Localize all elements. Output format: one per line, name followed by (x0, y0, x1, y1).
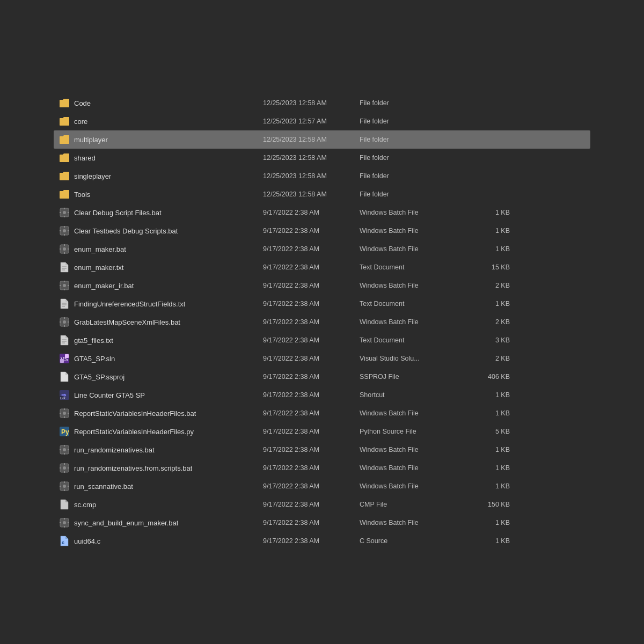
file-name: ReportStaticVariablesInHeaderFiles.py (74, 428, 194, 436)
file-size: 1 KB (467, 409, 510, 417)
file-type: Windows Batch File (360, 245, 467, 253)
file-date: 9/17/2022 2:38 AM (263, 318, 360, 326)
bat-icon (59, 517, 70, 528)
bat-icon (59, 408, 70, 419)
svg-point-13 (63, 247, 66, 251)
svg-point-48 (63, 412, 66, 415)
file-name: multiplayer (74, 136, 108, 144)
file-type: C Source (360, 537, 467, 545)
table-row[interactable]: Code12/25/2023 12:58 AMFile folder (54, 94, 590, 112)
svg-text:c: c (62, 540, 64, 545)
file-name-cell: shared (59, 152, 263, 163)
svg-rect-57 (64, 445, 65, 447)
file-name-cell: run_scannative.bat (59, 481, 263, 492)
table-row[interactable]: singleplayer12/25/2023 12:58 AMFile fold… (54, 167, 590, 185)
file-size: 2 KB (467, 282, 510, 289)
file-name: GTA5_SP.sln (74, 355, 115, 363)
file-type: Windows Batch File (360, 209, 467, 216)
file-name: enum_maker.bat (74, 245, 126, 253)
file-size: 1 KB (467, 519, 510, 526)
table-row[interactable]: run_randomizenatives.from.scripts.bat9/1… (54, 459, 590, 477)
file-size: 1 KB (467, 391, 510, 399)
svg-rect-35 (68, 321, 69, 323)
file-size: 1 KB (467, 482, 510, 490)
file-name: shared (74, 154, 96, 162)
table-row[interactable]: run_randomizenatives.bat9/17/2022 2:38 A… (54, 441, 590, 459)
file-date: 9/17/2022 2:38 AM (263, 464, 360, 472)
svg-rect-59 (60, 449, 61, 450)
table-row[interactable]: sc.cmp9/17/2022 2:38 AMCMP File150 KB (54, 495, 590, 514)
file-name-cell: sync_and_build_enum_maker.bat (59, 517, 263, 528)
file-type: Text Document (360, 264, 467, 271)
file-name-cell: enum_maker.txt (59, 262, 263, 273)
bat-icon (59, 444, 70, 455)
svg-rect-16 (60, 248, 61, 250)
file-name-cell: VS GTA5_SP.sln (59, 353, 263, 364)
svg-rect-41 (65, 354, 69, 358)
table-row[interactable]: GrabLatestMapSceneXmlFiles.bat9/17/2022 … (54, 313, 590, 331)
table-row[interactable]: sync_and_build_enum_maker.bat9/17/2022 2… (54, 514, 590, 532)
svg-rect-65 (60, 467, 61, 469)
table-row[interactable]: gta5_files.txt9/17/2022 2:38 AMText Docu… (54, 331, 590, 349)
file-date: 12/25/2023 12:58 AM (263, 191, 360, 198)
table-row[interactable]: FindingUnreferencedStructFields.txt9/17/… (54, 295, 590, 313)
sln-icon: VS (59, 353, 70, 364)
file-name: GrabLatestMapSceneXmlFiles.bat (74, 318, 180, 326)
bat-icon (59, 207, 70, 218)
file-type: Windows Batch File (360, 464, 467, 472)
file-name-cell: singleplayer (59, 171, 263, 181)
table-row[interactable]: core12/25/2023 12:57 AMFile folder (54, 112, 590, 130)
table-row[interactable]: multiplayer12/25/2023 12:58 AMFile folde… (54, 130, 590, 149)
table-row[interactable]: enum_maker_ir.bat9/17/2022 2:38 AMWindow… (54, 276, 590, 295)
table-row[interactable]: c uuid64.c9/17/2022 2:38 AMC Source1 KB (54, 532, 590, 550)
file-type: File folder (360, 136, 467, 143)
file-type: Windows Batch File (360, 482, 467, 490)
table-row[interactable]: Py ReportStaticVariablesInHeaderFiles.py… (54, 422, 590, 441)
table-row[interactable]: run_scannative.bat9/17/2022 2:38 AMWindo… (54, 477, 590, 495)
file-name: Line Counter GTA5 SP (74, 391, 145, 399)
file-date: 12/25/2023 12:58 AM (263, 154, 360, 162)
file-size: 1 KB (467, 464, 510, 472)
file-type: Windows Batch File (360, 227, 467, 235)
table-row[interactable]: VS GTA5_SP.sln9/17/2022 2:38 AMVisual St… (54, 349, 590, 368)
table-row[interactable]: enum_maker.txt9/17/2022 2:38 AMText Docu… (54, 258, 590, 276)
table-row[interactable]: ⇒ LNK Line Counter GTA5 SP9/17/2022 2:38… (54, 386, 590, 404)
file-type: Text Document (360, 300, 467, 308)
svg-rect-4 (60, 212, 61, 213)
file-name: Code (74, 99, 91, 107)
svg-rect-78 (68, 522, 69, 523)
file-name-cell: Tools (59, 189, 263, 200)
svg-rect-66 (68, 467, 69, 469)
svg-point-22 (63, 284, 66, 287)
file-name-cell: c uuid64.c (59, 536, 263, 546)
file-name: run_randomizenatives.from.scripts.bat (74, 464, 192, 472)
file-date: 12/25/2023 12:58 AM (263, 99, 360, 107)
file-type: Windows Batch File (360, 318, 467, 326)
table-row[interactable]: Clear Debug Script Files.bat9/17/2022 2:… (54, 203, 590, 222)
svg-point-56 (63, 448, 66, 451)
table-row[interactable]: GTA5_SP.ssproj9/17/2022 2:38 AMSSPROJ Fi… (54, 368, 590, 386)
table-row[interactable]: shared12/25/2023 12:58 AMFile folder (54, 149, 590, 167)
table-row[interactable]: enum_maker.bat9/17/2022 2:38 AMWindows B… (54, 240, 590, 258)
file-name-cell: run_randomizenatives.from.scripts.bat (59, 463, 263, 473)
bat-icon (59, 481, 70, 492)
c-icon: c (59, 536, 70, 546)
file-date: 9/17/2022 2:38 AM (263, 336, 360, 344)
file-date: 9/17/2022 2:38 AM (263, 209, 360, 216)
file-name-cell: ⇒ LNK Line Counter GTA5 SP (59, 390, 263, 400)
file-date: 12/25/2023 12:58 AM (263, 136, 360, 143)
file-name-cell: gta5_files.txt (59, 335, 263, 346)
table-row[interactable]: ReportStaticVariablesInHeaderFiles.bat9/… (54, 404, 590, 422)
file-type: Windows Batch File (360, 409, 467, 417)
file-name: uuid64.c (74, 537, 100, 545)
svg-rect-75 (64, 518, 65, 519)
svg-rect-33 (64, 325, 65, 327)
table-row[interactable]: Tools12/25/2023 12:58 AMFile folder (54, 185, 590, 203)
file-date: 9/17/2022 2:38 AM (263, 428, 360, 435)
svg-rect-15 (64, 252, 65, 254)
file-type: Visual Studio Solu... (360, 355, 467, 362)
svg-rect-8 (64, 226, 65, 228)
file-date: 9/17/2022 2:38 AM (263, 519, 360, 526)
svg-point-68 (63, 485, 66, 488)
table-row[interactable]: Clear Testbeds Debug Scripts.bat9/17/202… (54, 222, 590, 240)
